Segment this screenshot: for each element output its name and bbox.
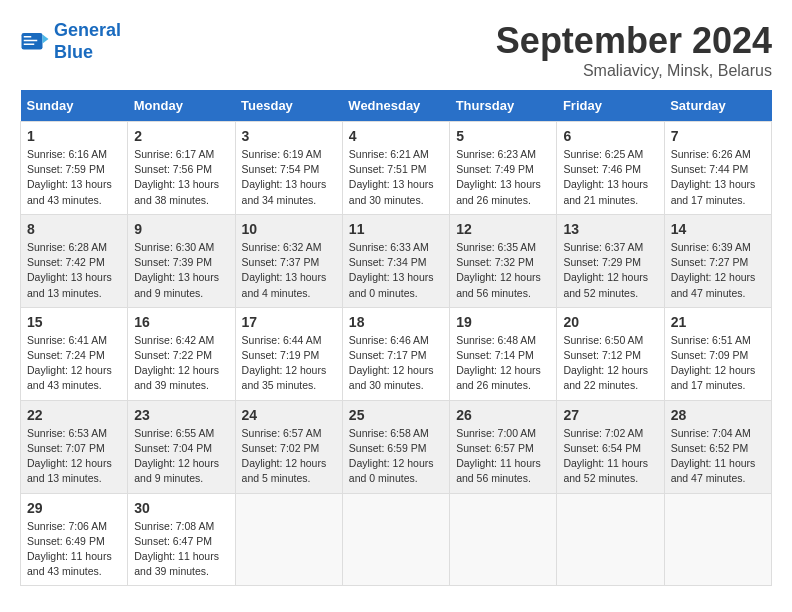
day-info: Sunrise: 6:30 AMSunset: 7:39 PMDaylight:… (134, 240, 228, 301)
day-number: 13 (563, 221, 657, 237)
day-number: 25 (349, 407, 443, 423)
calendar-day-cell: 6Sunrise: 6:25 AMSunset: 7:46 PMDaylight… (557, 122, 664, 215)
day-info: Sunrise: 6:50 AMSunset: 7:12 PMDaylight:… (563, 333, 657, 394)
day-number: 9 (134, 221, 228, 237)
calendar-day-cell: 18Sunrise: 6:46 AMSunset: 7:17 PMDayligh… (342, 307, 449, 400)
calendar-day-cell: 21Sunrise: 6:51 AMSunset: 7:09 PMDayligh… (664, 307, 771, 400)
calendar-empty-cell (664, 493, 771, 586)
calendar-day-cell: 28Sunrise: 7:04 AMSunset: 6:52 PMDayligh… (664, 400, 771, 493)
day-number: 12 (456, 221, 550, 237)
calendar-day-cell: 19Sunrise: 6:48 AMSunset: 7:14 PMDayligh… (450, 307, 557, 400)
day-number: 14 (671, 221, 765, 237)
day-info: Sunrise: 7:00 AMSunset: 6:57 PMDaylight:… (456, 426, 550, 487)
day-info: Sunrise: 6:57 AMSunset: 7:02 PMDaylight:… (242, 426, 336, 487)
day-number: 10 (242, 221, 336, 237)
day-number: 20 (563, 314, 657, 330)
day-number: 6 (563, 128, 657, 144)
day-number: 29 (27, 500, 121, 516)
calendar-day-cell: 5Sunrise: 6:23 AMSunset: 7:49 PMDaylight… (450, 122, 557, 215)
day-number: 24 (242, 407, 336, 423)
day-number: 16 (134, 314, 228, 330)
day-info: Sunrise: 7:06 AMSunset: 6:49 PMDaylight:… (27, 519, 121, 580)
day-info: Sunrise: 6:23 AMSunset: 7:49 PMDaylight:… (456, 147, 550, 208)
calendar-day-cell: 20Sunrise: 6:50 AMSunset: 7:12 PMDayligh… (557, 307, 664, 400)
calendar-day-cell: 10Sunrise: 6:32 AMSunset: 7:37 PMDayligh… (235, 214, 342, 307)
weekday-header-wednesday: Wednesday (342, 90, 449, 122)
day-info: Sunrise: 7:04 AMSunset: 6:52 PMDaylight:… (671, 426, 765, 487)
calendar-week-row: 8Sunrise: 6:28 AMSunset: 7:42 PMDaylight… (21, 214, 772, 307)
day-number: 2 (134, 128, 228, 144)
day-number: 30 (134, 500, 228, 516)
logo-text: General Blue (54, 20, 121, 63)
day-number: 28 (671, 407, 765, 423)
calendar-day-cell: 17Sunrise: 6:44 AMSunset: 7:19 PMDayligh… (235, 307, 342, 400)
day-info: Sunrise: 6:21 AMSunset: 7:51 PMDaylight:… (349, 147, 443, 208)
day-number: 18 (349, 314, 443, 330)
svg-marker-1 (43, 34, 49, 43)
calendar-week-row: 22Sunrise: 6:53 AMSunset: 7:07 PMDayligh… (21, 400, 772, 493)
calendar-table: SundayMondayTuesdayWednesdayThursdayFrid… (20, 90, 772, 586)
weekday-header-saturday: Saturday (664, 90, 771, 122)
calendar-week-row: 15Sunrise: 6:41 AMSunset: 7:24 PMDayligh… (21, 307, 772, 400)
calendar-day-cell: 7Sunrise: 6:26 AMSunset: 7:44 PMDaylight… (664, 122, 771, 215)
calendar-day-cell: 13Sunrise: 6:37 AMSunset: 7:29 PMDayligh… (557, 214, 664, 307)
day-info: Sunrise: 6:25 AMSunset: 7:46 PMDaylight:… (563, 147, 657, 208)
logo-icon (20, 27, 50, 57)
calendar-empty-cell (450, 493, 557, 586)
weekday-header-thursday: Thursday (450, 90, 557, 122)
calendar-day-cell: 26Sunrise: 7:00 AMSunset: 6:57 PMDayligh… (450, 400, 557, 493)
day-info: Sunrise: 6:37 AMSunset: 7:29 PMDaylight:… (563, 240, 657, 301)
day-number: 27 (563, 407, 657, 423)
page-header: General Blue September 2024 Smaliavicy, … (20, 20, 772, 80)
weekday-header-tuesday: Tuesday (235, 90, 342, 122)
calendar-day-cell: 24Sunrise: 6:57 AMSunset: 7:02 PMDayligh… (235, 400, 342, 493)
calendar-day-cell: 22Sunrise: 6:53 AMSunset: 7:07 PMDayligh… (21, 400, 128, 493)
title-block: September 2024 Smaliavicy, Minsk, Belaru… (496, 20, 772, 80)
day-info: Sunrise: 6:19 AMSunset: 7:54 PMDaylight:… (242, 147, 336, 208)
calendar-week-row: 29Sunrise: 7:06 AMSunset: 6:49 PMDayligh… (21, 493, 772, 586)
day-number: 11 (349, 221, 443, 237)
day-info: Sunrise: 6:44 AMSunset: 7:19 PMDaylight:… (242, 333, 336, 394)
calendar-day-cell: 11Sunrise: 6:33 AMSunset: 7:34 PMDayligh… (342, 214, 449, 307)
day-number: 3 (242, 128, 336, 144)
month-title: September 2024 (496, 20, 772, 62)
weekday-header-row: SundayMondayTuesdayWednesdayThursdayFrid… (21, 90, 772, 122)
weekday-header-sunday: Sunday (21, 90, 128, 122)
logo: General Blue (20, 20, 121, 63)
day-info: Sunrise: 6:32 AMSunset: 7:37 PMDaylight:… (242, 240, 336, 301)
calendar-day-cell: 23Sunrise: 6:55 AMSunset: 7:04 PMDayligh… (128, 400, 235, 493)
calendar-empty-cell (342, 493, 449, 586)
day-info: Sunrise: 6:39 AMSunset: 7:27 PMDaylight:… (671, 240, 765, 301)
day-number: 5 (456, 128, 550, 144)
day-info: Sunrise: 6:35 AMSunset: 7:32 PMDaylight:… (456, 240, 550, 301)
day-info: Sunrise: 6:53 AMSunset: 7:07 PMDaylight:… (27, 426, 121, 487)
day-info: Sunrise: 6:55 AMSunset: 7:04 PMDaylight:… (134, 426, 228, 487)
day-info: Sunrise: 6:42 AMSunset: 7:22 PMDaylight:… (134, 333, 228, 394)
logo-line2: Blue (54, 42, 93, 62)
svg-rect-3 (24, 39, 38, 41)
day-number: 8 (27, 221, 121, 237)
day-info: Sunrise: 6:28 AMSunset: 7:42 PMDaylight:… (27, 240, 121, 301)
calendar-day-cell: 3Sunrise: 6:19 AMSunset: 7:54 PMDaylight… (235, 122, 342, 215)
calendar-day-cell: 1Sunrise: 6:16 AMSunset: 7:59 PMDaylight… (21, 122, 128, 215)
calendar-empty-cell (235, 493, 342, 586)
location-title: Smaliavicy, Minsk, Belarus (496, 62, 772, 80)
day-number: 19 (456, 314, 550, 330)
calendar-day-cell: 14Sunrise: 6:39 AMSunset: 7:27 PMDayligh… (664, 214, 771, 307)
weekday-header-monday: Monday (128, 90, 235, 122)
weekday-header-friday: Friday (557, 90, 664, 122)
day-info: Sunrise: 6:17 AMSunset: 7:56 PMDaylight:… (134, 147, 228, 208)
day-number: 26 (456, 407, 550, 423)
svg-rect-2 (24, 36, 32, 38)
svg-rect-4 (24, 43, 35, 45)
logo-line1: General (54, 20, 121, 40)
day-info: Sunrise: 6:16 AMSunset: 7:59 PMDaylight:… (27, 147, 121, 208)
calendar-day-cell: 9Sunrise: 6:30 AMSunset: 7:39 PMDaylight… (128, 214, 235, 307)
day-info: Sunrise: 6:46 AMSunset: 7:17 PMDaylight:… (349, 333, 443, 394)
calendar-day-cell: 4Sunrise: 6:21 AMSunset: 7:51 PMDaylight… (342, 122, 449, 215)
day-info: Sunrise: 6:51 AMSunset: 7:09 PMDaylight:… (671, 333, 765, 394)
day-number: 7 (671, 128, 765, 144)
calendar-day-cell: 12Sunrise: 6:35 AMSunset: 7:32 PMDayligh… (450, 214, 557, 307)
calendar-day-cell: 29Sunrise: 7:06 AMSunset: 6:49 PMDayligh… (21, 493, 128, 586)
day-info: Sunrise: 6:48 AMSunset: 7:14 PMDaylight:… (456, 333, 550, 394)
